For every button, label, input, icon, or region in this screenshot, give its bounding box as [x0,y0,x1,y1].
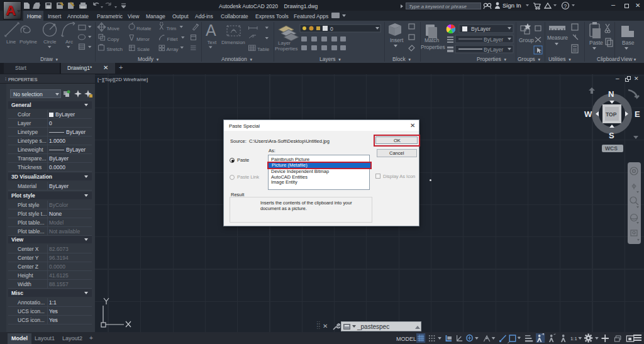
svg-text:Fillet: Fillet [167,36,179,42]
svg-text:Properties: Properties [421,44,445,50]
svg-text:Match: Match [425,37,439,43]
svg-text:N: N [608,89,614,99]
svg-text:Sign In: Sign In [502,2,521,9]
svg-text:W: W [584,109,592,119]
svg-text:Line: Line [6,39,16,45]
svg-text:Base: Base [622,40,635,46]
svg-text:Rotate: Rotate [136,26,152,31]
svg-text:Properties: Properties [275,46,297,52]
svg-text:A: A [206,21,216,39]
svg-text:Measure: Measure [547,35,568,41]
svg-text:Arc: Arc [65,39,73,45]
svg-text:ByLayer: ByLayer [484,36,503,43]
svg-text:Copy: Copy [108,36,119,42]
svg-text:E: E [635,109,640,119]
svg-text:Mirror: Mirror [136,36,150,42]
svg-text:S: S [609,131,614,140]
svg-text:TOP: TOP [606,111,617,118]
svg-text:?: ? [564,3,567,9]
svg-text:1:1: 1:1 [570,336,577,341]
svg-text:Group: Group [519,37,534,43]
svg-text:Stretch: Stretch [107,47,123,52]
svg-text:Paste: Paste [589,40,603,46]
svg-text:Trim: Trim [167,26,177,31]
svg-text:Scale: Scale [137,47,150,52]
svg-text:Table: Table [257,47,270,52]
svg-text:ByLayer: ByLayer [471,26,491,32]
svg-text:Polyline: Polyline [19,39,38,45]
svg-text:Text: Text [208,40,217,45]
svg-text:Insert: Insert [390,37,404,43]
svg-text:Dimension: Dimension [221,40,245,45]
svg-text:Circle: Circle [43,39,57,45]
svg-text:0: 0 [330,26,333,32]
svg-text:ByLayer: ByLayer [484,47,503,53]
svg-text:Move: Move [108,26,120,31]
svg-text:Array: Array [167,47,179,52]
